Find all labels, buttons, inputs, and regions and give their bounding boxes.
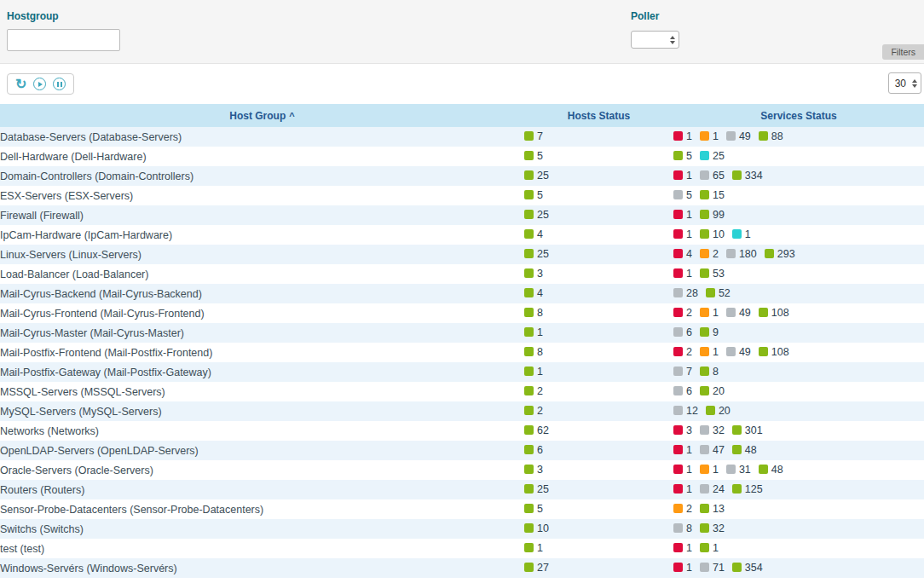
hostgroup-name[interactable]: IpCam-Hardware (IpCam-Hardware) — [0, 229, 172, 241]
status-badge-gray[interactable]: 6 — [673, 326, 692, 338]
status-badge-green[interactable]: 125 — [732, 483, 763, 495]
status-badge-green[interactable]: 1 — [524, 366, 543, 378]
hostgroup-input[interactable] — [7, 29, 120, 51]
status-badge-green[interactable]: 108 — [759, 307, 789, 319]
status-badge-gray[interactable]: 180 — [726, 248, 757, 260]
status-badge-red[interactable]: 1 — [673, 130, 692, 142]
status-badge-green[interactable]: 53 — [700, 268, 725, 280]
status-badge-green[interactable]: 99 — [700, 209, 725, 221]
status-badge-red[interactable]: 2 — [673, 307, 692, 319]
status-badge-green[interactable]: 25 — [524, 483, 549, 495]
status-badge-green[interactable]: 48 — [759, 464, 783, 476]
status-badge-gray[interactable]: 24 — [700, 483, 725, 495]
status-badge-green[interactable]: 5 — [524, 150, 543, 162]
status-badge-orange[interactable]: 2 — [673, 503, 692, 515]
status-badge-red[interactable]: 2 — [673, 346, 692, 358]
hostgroup-name[interactable]: Switchs (Switchs) — [0, 523, 84, 535]
hostgroup-name[interactable]: Sensor-Probe-Datacenters (Sensor-Probe-D… — [0, 504, 263, 516]
status-badge-green[interactable]: 10 — [700, 228, 725, 240]
status-badge-green[interactable]: 10 — [524, 522, 549, 534]
hostgroup-name[interactable]: test (test) — [0, 543, 44, 555]
status-badge-orange[interactable]: 1 — [700, 130, 719, 142]
status-badge-gray[interactable]: 65 — [700, 170, 725, 182]
header-services-status[interactable]: Services Status — [673, 104, 924, 127]
status-badge-orange[interactable]: 1 — [700, 307, 719, 319]
status-badge-green[interactable]: 62 — [524, 424, 549, 436]
status-badge-red[interactable]: 3 — [673, 424, 692, 436]
status-badge-red[interactable]: 1 — [673, 562, 692, 574]
status-badge-green[interactable]: 5 — [524, 503, 543, 515]
status-badge-gray[interactable]: 7 — [673, 366, 692, 378]
status-badge-green[interactable]: 8 — [700, 366, 719, 378]
status-badge-green[interactable]: 354 — [732, 562, 763, 574]
status-badge-gray[interactable]: 12 — [673, 405, 698, 417]
status-badge-green[interactable]: 2 — [524, 405, 543, 417]
status-badge-red[interactable]: 1 — [673, 170, 692, 182]
status-badge-green[interactable]: 4 — [524, 228, 543, 240]
hostgroup-name[interactable]: Mail-Postfix-Frontend (Mail-Postfix-Fron… — [0, 347, 212, 359]
hostgroup-name[interactable]: Mail-Postfix-Gateway (Mail-Postfix-Gatew… — [0, 367, 211, 378]
status-badge-red[interactable]: 1 — [673, 542, 692, 554]
status-badge-gray[interactable]: 49 — [726, 130, 751, 142]
hostgroup-name[interactable]: Domain-Controllers (Domain-Controllers) — [0, 170, 193, 182]
status-badge-red[interactable]: 1 — [673, 464, 692, 476]
status-badge-gray[interactable]: 71 — [700, 562, 725, 574]
hostgroup-name[interactable]: Load-Balancer (Load-Balancer) — [0, 268, 148, 280]
hostgroup-name[interactable]: Database-Servers (Database-Servers) — [0, 131, 182, 143]
status-badge-green[interactable]: 5 — [673, 150, 692, 162]
hostgroup-name[interactable]: Routers (Routers) — [0, 484, 84, 496]
hostgroup-name[interactable]: OpenLDAP-Servers (OpenLDAP-Servers) — [0, 445, 199, 457]
status-badge-orange[interactable]: 1 — [700, 346, 719, 358]
status-badge-green[interactable]: 2 — [524, 385, 543, 397]
status-badge-gray[interactable]: 32 — [700, 424, 725, 436]
status-badge-green[interactable]: 1 — [524, 326, 543, 338]
header-host-group[interactable]: Host Group^ — [0, 104, 524, 127]
status-badge-gray[interactable]: 47 — [700, 444, 725, 456]
refresh-button[interactable]: ↻ — [15, 78, 26, 90]
hostgroup-name[interactable]: Mail-Cyrus-Frontend (Mail-Cyrus-Frontend… — [0, 308, 205, 320]
page-size-select[interactable]: 30 — [888, 72, 921, 94]
status-badge-green[interactable]: 48 — [732, 444, 757, 456]
status-badge-green[interactable]: 301 — [732, 424, 763, 436]
status-badge-red[interactable]: 1 — [673, 228, 692, 240]
status-badge-green[interactable]: 13 — [700, 503, 725, 515]
hostgroup-name[interactable]: Networks (Networks) — [0, 425, 99, 437]
status-badge-green[interactable]: 88 — [759, 130, 783, 142]
status-badge-green[interactable]: 293 — [765, 248, 795, 260]
status-badge-gray[interactable]: 8 — [673, 522, 692, 534]
status-badge-green[interactable]: 8 — [524, 346, 543, 358]
hostgroup-name[interactable]: Windows-Servérs (Windows-Servérs) — [0, 563, 177, 574]
status-badge-green[interactable]: 32 — [700, 522, 725, 534]
status-badge-gray[interactable]: 28 — [673, 287, 698, 299]
status-badge-green[interactable]: 27 — [524, 562, 549, 574]
status-badge-green[interactable]: 334 — [732, 170, 763, 182]
status-badge-cyan[interactable]: 25 — [700, 150, 725, 162]
status-badge-cyan[interactable]: 1 — [732, 228, 751, 240]
status-badge-green[interactable]: 9 — [700, 326, 719, 338]
status-badge-green[interactable]: 1 — [700, 542, 719, 554]
status-badge-green[interactable]: 3 — [524, 268, 543, 280]
status-badge-red[interactable]: 1 — [673, 483, 692, 495]
hostgroup-name[interactable]: MSSQL-Servers (MSSQL-Servers) — [0, 386, 165, 398]
status-badge-red[interactable]: 1 — [673, 268, 692, 280]
status-badge-green[interactable]: 20 — [700, 385, 725, 397]
status-badge-gray[interactable]: 6 — [673, 385, 692, 397]
status-badge-gray[interactable]: 49 — [726, 307, 751, 319]
header-hosts-status[interactable]: Hosts Status — [524, 104, 673, 127]
filters-toggle-button[interactable]: Filters — [882, 44, 924, 60]
status-badge-green[interactable]: 4 — [524, 287, 543, 299]
status-badge-green[interactable]: 5 — [524, 189, 543, 201]
poller-select[interactable] — [631, 31, 679, 49]
status-badge-green[interactable]: 108 — [759, 346, 789, 358]
hostgroup-name[interactable]: MySQL-Servers (MySQL-Servers) — [0, 406, 162, 418]
hostgroup-name[interactable]: Oracle-Servers (Oracle-Servers) — [0, 465, 153, 476]
hostgroup-name[interactable]: Mail-Cyrus-Backend (Mail-Cyrus-Backend) — [0, 288, 202, 300]
hostgroup-name[interactable]: Mail-Cyrus-Master (Mail-Cyrus-Master) — [0, 327, 184, 339]
hostgroup-name[interactable]: ESX-Servers (ESX-Servers) — [0, 190, 133, 202]
play-button[interactable] — [33, 78, 46, 90]
status-badge-green[interactable]: 1 — [524, 542, 543, 554]
hostgroup-name[interactable]: Firewall (Firewall) — [0, 210, 84, 222]
status-badge-green[interactable]: 25 — [524, 248, 549, 260]
status-badge-gray[interactable]: 49 — [726, 346, 751, 358]
status-badge-green[interactable]: 25 — [524, 209, 549, 221]
